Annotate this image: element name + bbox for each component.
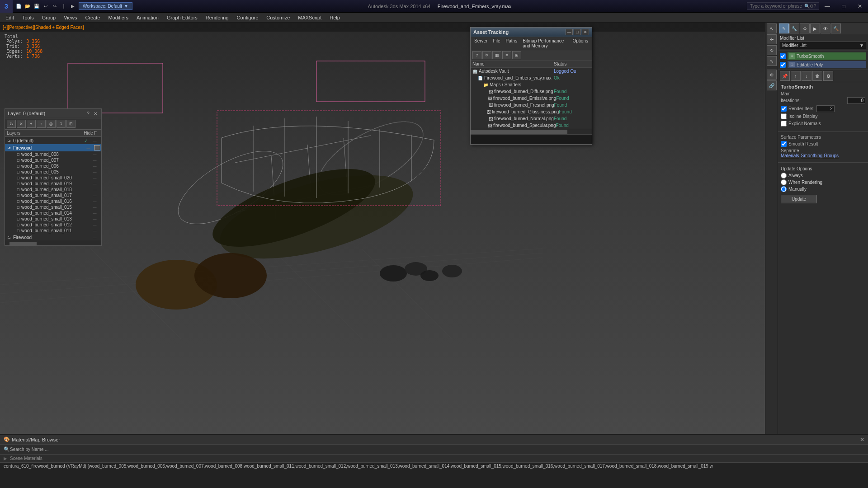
update-button[interactable]: Update <box>781 195 817 203</box>
list-item[interactable]: ◻wood_burned_small_011— <box>5 228 101 234</box>
list-item[interactable]: 🗂Firewood— <box>5 234 101 241</box>
mod-move-up-btn[interactable]: ↑ <box>791 71 801 81</box>
at-tree-item[interactable]: 🖼 firewood_burned_Normal.png Found <box>471 115 592 122</box>
mb-close-btn[interactable]: ✕ <box>860 436 864 443</box>
at-close-btn[interactable]: ✕ <box>582 29 589 35</box>
viewport[interactable]: [+][Perspective][Shaded + Edged Faces] T… <box>0 23 765 434</box>
minimize-btn[interactable]: — <box>819 0 835 13</box>
when-rendering-radio[interactable] <box>781 179 787 185</box>
menu-help[interactable]: Help <box>326 14 344 21</box>
turbosm-checkbox[interactable] <box>780 53 786 59</box>
rp-display-btn[interactable]: 👁 <box>821 23 830 33</box>
layer-select-btn[interactable]: ◎ <box>47 120 56 128</box>
explicit-checkbox[interactable] <box>781 121 787 127</box>
search-bar[interactable]: 🔍 Search by Name ... <box>0 445 868 455</box>
mod-move-down-btn[interactable]: ↓ <box>802 71 811 81</box>
layer-merge-btn[interactable]: ⤵ <box>57 120 66 128</box>
at-scrollbar[interactable] <box>471 129 592 134</box>
redo-btn[interactable]: ↪ <box>51 2 59 10</box>
maximize-btn[interactable]: □ <box>835 0 852 13</box>
layer-move-btn[interactable]: ↑ <box>37 120 46 128</box>
list-item[interactable]: ◻wood_burned_small_016— <box>5 198 101 204</box>
list-item[interactable]: ◻wood_burned_small_019— <box>5 181 101 187</box>
rp-motion-btn[interactable]: ▶ <box>810 23 820 33</box>
rv-link-btn[interactable]: 🔗 <box>767 80 777 90</box>
menu-group[interactable]: Group <box>38 14 60 21</box>
layer-delete-btn[interactable]: ✕ <box>17 120 26 128</box>
modifier-epoly[interactable]: ◻ Editable Poly <box>788 61 866 68</box>
rv-snap-btn[interactable]: ⊕ <box>767 70 777 80</box>
at-help-btn[interactable]: ? <box>472 51 481 59</box>
layer-expand-btn[interactable]: ⊞ <box>66 120 75 128</box>
at-menu-bitmap[interactable]: Bitmap Performance and Memory <box>521 38 569 49</box>
at-menu-server[interactable]: Server <box>472 38 489 49</box>
open-btn[interactable]: 📂 <box>24 2 32 10</box>
rv-rotate-btn[interactable]: ↻ <box>767 45 777 55</box>
undo-btn[interactable]: ↩ <box>42 2 50 10</box>
layer-scrollbar[interactable] <box>5 241 101 245</box>
at-menu-options[interactable]: Options <box>571 38 590 49</box>
at-tree-item[interactable]: 🏢 Autodesk Vault Logged Ou <box>471 68 592 75</box>
rp-modify-btn[interactable]: 🔧 <box>789 23 799 33</box>
menu-maxscript[interactable]: MAXScript <box>294 14 325 21</box>
menu-graph-editors[interactable]: Graph Editors <box>163 14 201 21</box>
list-item[interactable]: ◻wood_burned_small_018— <box>5 187 101 192</box>
smooth-checkbox[interactable] <box>781 141 787 147</box>
list-item[interactable]: ◻wood_burned_small_017— <box>5 192 101 198</box>
layer-add-btn[interactable]: + <box>27 120 36 128</box>
menu-modifiers[interactable]: Modifiers <box>104 14 132 21</box>
at-view2-btn[interactable]: ≡ <box>502 51 511 59</box>
at-refresh-btn[interactable]: ↻ <box>482 51 491 59</box>
iterations-input[interactable] <box>847 97 865 104</box>
render-setup-btn[interactable]: ▶ <box>69 2 77 10</box>
menu-create[interactable]: Create <box>81 14 104 21</box>
rv-scale-btn[interactable]: ⤡ <box>767 56 777 66</box>
close-btn[interactable]: ✕ <box>852 0 868 13</box>
layer-close-btn[interactable]: ✕ <box>92 110 99 117</box>
rv-select-btn[interactable]: ↖ <box>767 23 777 33</box>
at-view1-btn[interactable]: ▦ <box>492 51 501 59</box>
at-scrollbar-thumb[interactable] <box>471 130 567 134</box>
modifier-turbosm[interactable]: ⊞ TurboSmooth <box>788 52 866 60</box>
layer-new-btn[interactable]: 🗂 <box>7 120 16 128</box>
list-item[interactable]: ◻wood_burned_small_014— <box>5 210 101 216</box>
menu-edit[interactable]: Edit <box>2 14 18 21</box>
manually-radio[interactable] <box>781 186 787 192</box>
at-minimize-btn[interactable]: — <box>566 29 573 35</box>
at-tree-item[interactable]: 🖼 firewood_burned_Fresnel.png Found <box>471 102 592 108</box>
mod-delete-btn[interactable]: 🗑 <box>812 71 822 81</box>
list-item[interactable]: ◻wood_burned_005— <box>5 169 101 175</box>
search-input[interactable] <box>750 4 804 9</box>
list-item[interactable]: ◻wood_burned_small_015— <box>5 204 101 210</box>
render-iters-input[interactable] <box>816 105 835 112</box>
rp-create-btn[interactable]: ✎ <box>779 23 789 33</box>
at-tree-item[interactable]: 🖼 firewood_burned_Specular.png Found <box>471 122 592 129</box>
layer-help-btn[interactable]: ? <box>85 110 91 117</box>
at-tree-item[interactable]: 📄 Firewood_and_Embers_vray.max Ok <box>471 75 592 81</box>
at-view3-btn[interactable]: ⊞ <box>512 51 521 59</box>
search-box[interactable]: 🔍 ⚙ ? <box>747 2 819 10</box>
at-tree-item[interactable]: 🖼 firewood_burned_Glossiness.png Found <box>471 108 592 115</box>
menu-configure[interactable]: Configure <box>233 14 262 21</box>
menu-customize[interactable]: Customize <box>263 14 293 21</box>
menu-animation[interactable]: Animation <box>133 14 162 21</box>
search-input[interactable] <box>51 447 108 452</box>
rp-utilities-btn[interactable]: 🔨 <box>831 23 841 33</box>
mod-configure-btn[interactable]: ⚙ <box>823 71 833 81</box>
epoly-checkbox[interactable] <box>780 62 786 68</box>
materials-link[interactable]: Materials <box>781 153 799 158</box>
at-tree-item[interactable]: 📁 Maps / Shaders <box>471 81 592 88</box>
layer-item-firewood[interactable]: 🗂 Firewood — <box>5 144 101 151</box>
at-menu-file[interactable]: File <box>491 38 502 49</box>
at-maximize-btn[interactable]: □ <box>574 29 581 35</box>
rv-move-btn[interactable]: ✛ <box>767 34 777 44</box>
layer-item[interactable]: 🗂 0 (default) ✓ — <box>5 137 101 144</box>
render-iters-checkbox[interactable] <box>781 106 787 112</box>
list-item[interactable]: ◻wood_burned_small_013— <box>5 216 101 222</box>
at-menu-paths[interactable]: Paths <box>504 38 519 49</box>
modifier-dropdown[interactable]: Modifier List ▼ <box>780 42 866 49</box>
list-item[interactable]: ◻wood_burned_008— <box>5 151 101 157</box>
at-tree-item[interactable]: 🖼 firewood_burned_Emissive.png Found <box>471 95 592 102</box>
list-item[interactable]: ◻wood_burned_small_020— <box>5 175 101 181</box>
isoline-checkbox[interactable] <box>781 113 787 119</box>
